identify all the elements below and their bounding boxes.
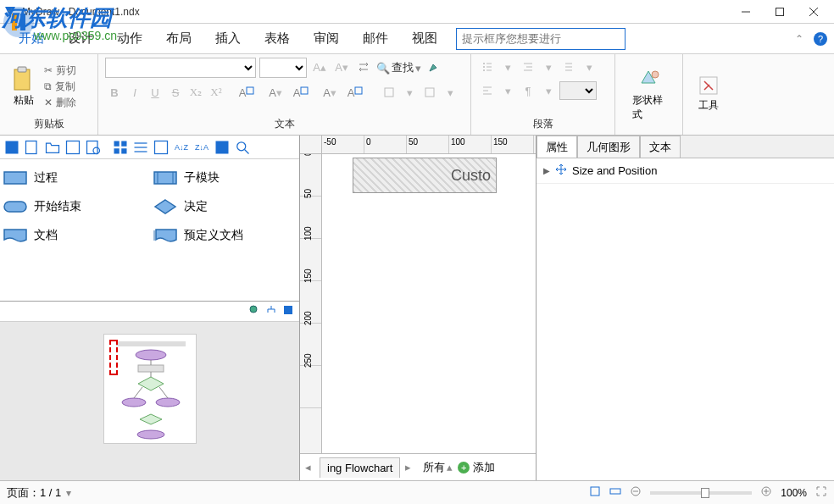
- paragraph-style-select[interactable]: [559, 81, 597, 100]
- expand-icon[interactable]: ▶: [543, 166, 550, 175]
- shape-document[interactable]: 文档: [3, 227, 147, 244]
- menu-start[interactable]: 开始: [7, 25, 56, 52]
- number-list-button[interactable]: ▾: [498, 58, 517, 76]
- shape-submodule[interactable]: 子模块: [153, 169, 297, 186]
- fit-width-icon[interactable]: [609, 485, 621, 500]
- highlight-button[interactable]: A▾: [263, 83, 288, 102]
- outdent-button[interactable]: [519, 58, 537, 76]
- sort-az-icon[interactable]: A↓Z: [173, 139, 190, 156]
- new-shape-icon[interactable]: [24, 139, 41, 156]
- nav-zoom-icon[interactable]: [248, 304, 260, 318]
- tab-text[interactable]: 文本: [640, 136, 681, 158]
- zoom-handle[interactable]: [701, 488, 709, 498]
- text-tool-2[interactable]: ▾: [400, 83, 419, 102]
- menu-insert[interactable]: 插入: [203, 25, 253, 52]
- fit-page-icon[interactable]: [589, 485, 601, 500]
- pilcrow-drop[interactable]: ▾: [539, 81, 558, 100]
- line-spacing-drop[interactable]: ▾: [580, 58, 598, 76]
- decrease-font-button[interactable]: A▾: [332, 58, 351, 76]
- collapse-ribbon-icon[interactable]: ⌃: [795, 33, 803, 45]
- delete-button[interactable]: ✕删除: [44, 96, 76, 110]
- line-spacing-button[interactable]: [559, 58, 578, 76]
- add-page-button[interactable]: + 添加: [458, 460, 495, 475]
- selected-shape[interactable]: Custo: [353, 158, 497, 193]
- menu-action[interactable]: 动作: [105, 25, 154, 52]
- underline-button[interactable]: U: [146, 83, 164, 102]
- all-pages-label[interactable]: 所有: [423, 460, 445, 475]
- filter-icon[interactable]: [214, 139, 231, 156]
- zoom-in-icon[interactable]: [760, 485, 772, 500]
- page-menu-icon[interactable]: ▾: [66, 487, 71, 499]
- chevron-up-icon[interactable]: ▴: [447, 461, 453, 474]
- menu-review[interactable]: 审阅: [302, 25, 351, 52]
- align-left-button[interactable]: [478, 81, 497, 100]
- view-detail-icon[interactable]: [153, 139, 170, 156]
- bold-button[interactable]: B: [105, 83, 124, 102]
- font-family-select[interactable]: [105, 58, 256, 78]
- italic-button[interactable]: I: [125, 83, 144, 102]
- replace-icon[interactable]: [354, 58, 373, 76]
- import-icon[interactable]: [85, 139, 102, 156]
- menu-view[interactable]: 视图: [400, 25, 449, 52]
- save-icon[interactable]: [3, 139, 20, 156]
- page-indicator[interactable]: 页面：1 / 1: [7, 485, 61, 501]
- nav-tree-icon[interactable]: [265, 304, 277, 318]
- font-effects-button[interactable]: A▾: [317, 83, 342, 102]
- drawing-stage[interactable]: Custo: [322, 154, 536, 453]
- font-style-button[interactable]: A: [290, 83, 315, 102]
- shape-process[interactable]: 过程: [3, 169, 147, 186]
- copy-button[interactable]: ⧉复制: [44, 80, 76, 94]
- menu-table[interactable]: 表格: [253, 25, 302, 52]
- page-tab-1[interactable]: ing Flowchart: [320, 457, 400, 478]
- fullscreen-icon[interactable]: [815, 485, 827, 500]
- increase-font-button[interactable]: A▴: [310, 58, 329, 76]
- viewport-indicator[interactable]: [109, 340, 118, 375]
- text-tool-1[interactable]: [380, 83, 398, 102]
- tab-geometry[interactable]: 几何图形: [577, 136, 640, 158]
- shape-terminator[interactable]: 开始结束: [3, 198, 147, 215]
- pilcrow-button[interactable]: ¶: [519, 81, 537, 100]
- text-tool-3[interactable]: [420, 83, 439, 102]
- view-large-icon[interactable]: [112, 139, 129, 156]
- align-center-button[interactable]: ▾: [498, 81, 517, 100]
- tab-properties[interactable]: 属性: [537, 136, 577, 158]
- navigator-pane[interactable]: [0, 322, 299, 480]
- page-thumbnail[interactable]: [103, 334, 197, 444]
- scroll-right-icon[interactable]: ▸: [400, 461, 416, 474]
- menu-mail[interactable]: 邮件: [351, 25, 400, 52]
- open-shape-icon[interactable]: [44, 139, 61, 156]
- nav-page-icon[interactable]: [282, 304, 294, 318]
- tools-button[interactable]: 工具: [692, 75, 726, 113]
- size-position-row[interactable]: ▶ Size and Position: [537, 158, 834, 184]
- view-list-icon[interactable]: [132, 139, 149, 156]
- format-painter-button[interactable]: [425, 58, 443, 76]
- subscript-button[interactable]: X₂: [186, 83, 205, 102]
- search-shapes-icon[interactable]: [234, 139, 251, 156]
- paste-button[interactable]: 粘贴: [7, 66, 41, 108]
- text-tool-4[interactable]: ▾: [441, 83, 459, 102]
- export-icon[interactable]: [64, 139, 81, 156]
- font-size-select[interactable]: [259, 58, 307, 78]
- clear-format-button[interactable]: A: [344, 83, 370, 102]
- close-button[interactable]: [797, 2, 831, 22]
- zoom-slider[interactable]: [650, 491, 752, 495]
- shape-predefined-doc[interactable]: 预定义文档: [153, 227, 297, 244]
- shape-style-button[interactable]: 形状样式: [632, 66, 666, 122]
- strike-button[interactable]: S: [166, 83, 185, 102]
- minimize-button[interactable]: [729, 2, 763, 22]
- search-box[interactable]: [456, 28, 626, 50]
- zoom-level[interactable]: 100%: [781, 487, 807, 499]
- find-button[interactable]: 🔍查找▾: [376, 58, 421, 78]
- cut-button[interactable]: ✂剪切: [44, 64, 76, 78]
- help-icon[interactable]: ?: [814, 32, 827, 46]
- indent-button[interactable]: ▾: [539, 58, 558, 76]
- search-input[interactable]: [456, 28, 626, 50]
- maximize-button[interactable]: [763, 2, 797, 22]
- menu-design[interactable]: 设计: [56, 25, 105, 52]
- zoom-out-icon[interactable]: [630, 485, 642, 500]
- sort-za-icon[interactable]: Z↓A: [193, 139, 210, 156]
- superscript-button[interactable]: X²: [207, 83, 225, 102]
- scroll-left-icon[interactable]: ◂: [300, 461, 316, 474]
- menu-layout[interactable]: 布局: [154, 25, 203, 52]
- shape-decision[interactable]: 决定: [153, 198, 297, 215]
